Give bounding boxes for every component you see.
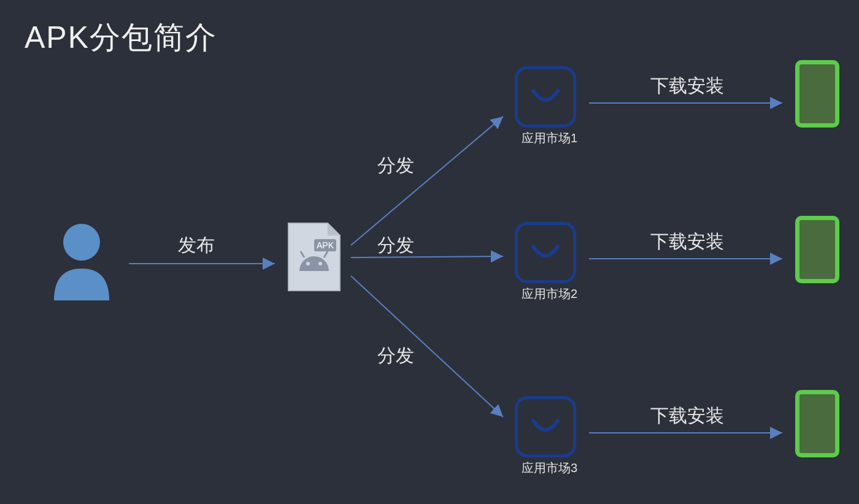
app-store-3-icon (515, 396, 576, 457)
user-icon (48, 221, 115, 303)
app-store-2-icon (515, 222, 576, 283)
slide-title: APK分包简介 (25, 17, 217, 58)
phone-3-icon (795, 390, 839, 457)
apk-file-icon: APK (286, 221, 342, 296)
svg-point-5 (318, 262, 322, 265)
arrow-label-distribute-2: 分发 (377, 233, 414, 258)
app-store-2-label: 应用市场2 (522, 286, 577, 302)
svg-line-8 (351, 256, 503, 258)
arrow-label-download-1: 下载安装 (650, 74, 724, 99)
svg-line-9 (351, 276, 503, 417)
app-store-3-label: 应用市场3 (522, 460, 577, 476)
svg-point-0 (63, 224, 100, 261)
arrow-label-download-3: 下载安装 (650, 403, 724, 429)
phone-2-icon (795, 216, 839, 283)
app-store-1-label: 应用市场1 (522, 130, 577, 147)
phone-1-icon (795, 60, 839, 128)
arrow-label-publish: 发布 (178, 233, 215, 258)
flow-arrows (0, 0, 859, 504)
svg-line-7 (351, 116, 503, 245)
arrow-label-distribute-3: 分发 (377, 343, 414, 368)
arrow-label-download-2: 下载安装 (650, 229, 724, 254)
app-store-1-icon (515, 66, 576, 128)
svg-point-4 (306, 262, 310, 265)
arrow-label-distribute-1: 分发 (377, 153, 414, 178)
apk-badge-text: APK (317, 240, 334, 250)
